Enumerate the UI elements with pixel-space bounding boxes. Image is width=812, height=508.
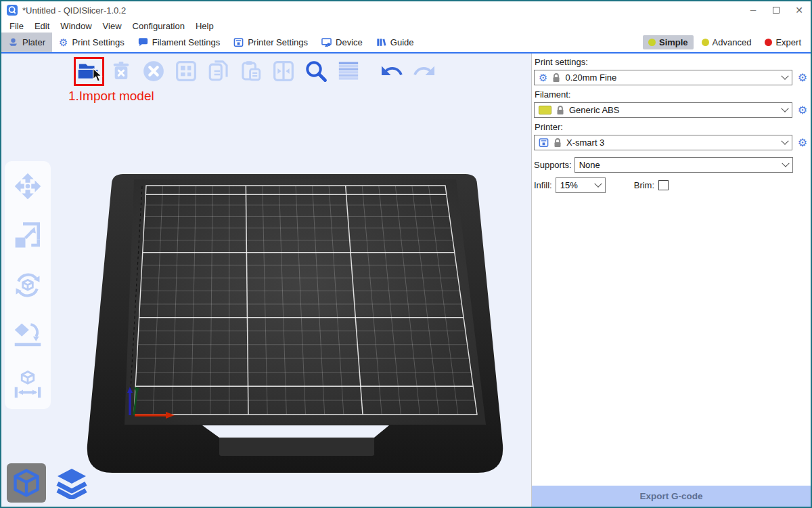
menu-file[interactable]: File <box>4 21 29 31</box>
filament-label: Filament: <box>535 89 809 100</box>
infill-value: 15% <box>560 180 591 190</box>
printer-small-icon <box>539 137 549 148</box>
filament-value: Generic ABS <box>569 105 777 115</box>
filament-color-swatch <box>539 106 551 114</box>
print-bed[interactable] <box>1 54 531 507</box>
mode-expert[interactable]: Expert <box>759 35 807 49</box>
brim-checkbox[interactable] <box>658 180 669 190</box>
tab-label: Filament Settings <box>152 37 220 47</box>
editor-view-button[interactable] <box>7 463 46 503</box>
view-toggles <box>7 463 91 503</box>
tab-label: Guide <box>390 37 414 47</box>
redo-button[interactable] <box>411 58 437 84</box>
menu-help[interactable]: Help <box>190 21 219 31</box>
mode-simple[interactable]: Simple <box>643 35 694 49</box>
layers-icon <box>55 467 88 499</box>
menu-edit[interactable]: Edit <box>29 21 55 31</box>
print-settings-value: 0.20mm Fine <box>565 72 777 83</box>
move-tool-button[interactable] <box>12 171 43 202</box>
place-on-face-tool-button[interactable] <box>12 319 43 350</box>
gizmo-toolbar <box>5 161 51 409</box>
infill-label: Infill: <box>534 180 552 190</box>
advanced-mode-dot-icon <box>702 39 709 46</box>
filament-icon <box>138 37 148 47</box>
variable-layer-height-button[interactable] <box>336 58 361 84</box>
mode-label: Simple <box>659 37 688 47</box>
lock-icon <box>554 138 562 148</box>
preview-view-button[interactable] <box>52 463 91 503</box>
title-bar: *Untitled - QIDISlicer-1.0.2 ─ ✕ <box>1 1 811 19</box>
tab-label: Print Settings <box>72 37 124 47</box>
mode-label: Expert <box>775 37 801 47</box>
menu-bar: File Edit Window View Configuration Help <box>1 19 811 33</box>
brim-label: Brim: <box>634 180 654 190</box>
minimize-button[interactable]: ─ <box>742 1 765 19</box>
supports-label: Supports: <box>534 160 572 170</box>
copy-button[interactable] <box>206 58 231 84</box>
filament-select[interactable]: Generic ABS <box>534 102 792 118</box>
split-objects-button[interactable] <box>271 58 296 84</box>
menu-configuration[interactable]: Configuration <box>127 21 190 31</box>
search-button[interactable] <box>303 58 329 84</box>
chevron-down-icon <box>781 72 788 79</box>
close-button[interactable]: ✕ <box>788 1 811 19</box>
viewport-3d[interactable]: 1.Import model <box>1 54 531 507</box>
tab-label: Plater <box>22 37 45 47</box>
tab-plater[interactable]: Plater <box>1 33 52 52</box>
chevron-down-icon <box>594 179 602 187</box>
tab-guide[interactable]: Guide <box>369 33 421 52</box>
app-logo-icon <box>7 5 18 16</box>
guide-books-icon <box>376 37 386 47</box>
chevron-down-icon <box>781 137 788 144</box>
tab-filament-settings[interactable]: Filament Settings <box>131 33 227 52</box>
tab-device[interactable]: Device <box>315 33 369 52</box>
lock-icon <box>556 106 564 115</box>
lock-icon <box>552 73 560 83</box>
measure-tool-button[interactable] <box>12 368 43 400</box>
device-icon <box>321 37 332 47</box>
mouse-cursor-icon <box>91 68 104 83</box>
mode-advanced[interactable]: Advanced <box>696 35 757 49</box>
tab-label: Device <box>336 37 363 47</box>
mode-switcher: Simple Advanced Expert <box>643 33 811 52</box>
simple-mode-dot-icon <box>648 39 656 46</box>
filament-gear-button[interactable]: ⚙ <box>796 105 809 116</box>
settings-panel: Print settings: ⚙ 0.20mm Fine ⚙ Filament… <box>531 54 811 507</box>
menu-window[interactable]: Window <box>55 21 97 31</box>
printer-value: X-smart 3 <box>566 137 777 148</box>
plater-toolbar <box>76 58 437 84</box>
infill-select[interactable]: 15% <box>556 177 606 193</box>
tab-print-settings[interactable]: ⚙ Print Settings <box>52 33 131 52</box>
print-profile-gear-icon: ⚙ <box>539 72 547 83</box>
cube-3d-icon <box>12 468 41 498</box>
print-settings-select[interactable]: ⚙ 0.20mm Fine <box>534 70 792 85</box>
scale-tool-button[interactable] <box>12 220 43 251</box>
mode-label: Advanced <box>713 37 752 47</box>
tab-printer-settings[interactable]: Printer Settings <box>227 33 315 52</box>
arrange-button[interactable] <box>173 58 199 84</box>
delete-all-button[interactable] <box>141 58 166 84</box>
print-settings-gear-button[interactable]: ⚙ <box>796 72 809 83</box>
app-window: *Untitled - QIDISlicer-1.0.2 ─ ✕ File Ed… <box>0 0 812 508</box>
printer-select[interactable]: X-smart 3 <box>534 135 792 150</box>
delete-button[interactable] <box>108 58 134 84</box>
undo-button[interactable] <box>379 58 405 84</box>
gear-icon: ⚙ <box>59 37 68 47</box>
menu-view[interactable]: View <box>97 21 127 31</box>
maximize-icon <box>773 7 780 14</box>
window-title: *Untitled - QIDISlicer-1.0.2 <box>22 5 126 16</box>
maximize-button[interactable] <box>765 1 788 19</box>
paste-button[interactable] <box>238 58 264 84</box>
export-gcode-button[interactable]: Export G-code <box>532 486 811 507</box>
tab-label: Printer Settings <box>248 37 308 47</box>
expert-mode-dot-icon <box>765 39 772 46</box>
printer-gear-button[interactable]: ⚙ <box>796 137 809 148</box>
chevron-down-icon <box>782 159 789 167</box>
import-annotation: 1.Import model <box>68 89 154 104</box>
rotate-tool-button[interactable] <box>12 270 43 301</box>
tab-bar: Plater ⚙ Print Settings Filament Setting… <box>1 33 811 54</box>
printer-label: Printer: <box>535 122 809 132</box>
print-settings-label: Print settings: <box>535 57 809 67</box>
supports-select[interactable]: None <box>574 157 793 173</box>
printer-icon <box>233 37 244 47</box>
